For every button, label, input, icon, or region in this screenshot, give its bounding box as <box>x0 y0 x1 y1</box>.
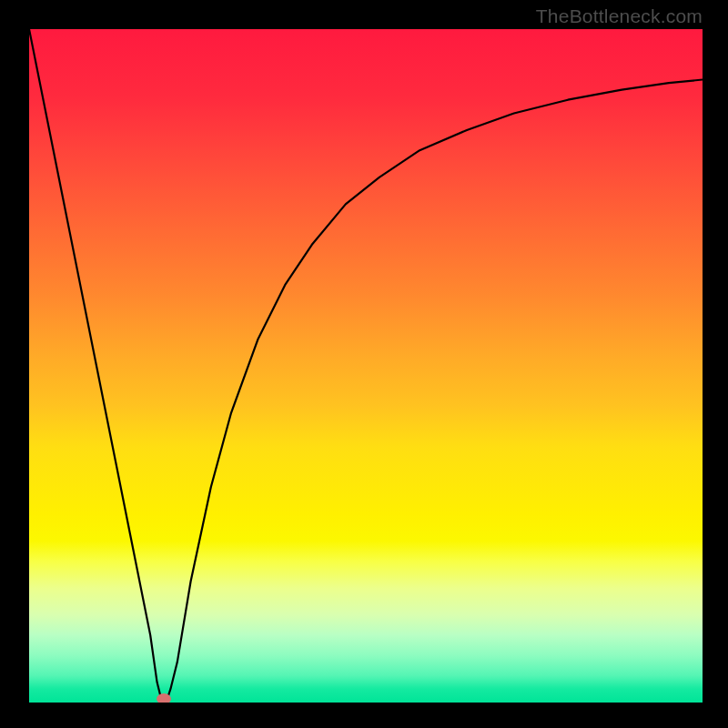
plot-area <box>29 29 703 703</box>
bottleneck-curve <box>29 29 703 703</box>
curve-svg <box>29 29 703 703</box>
watermark-text: TheBottleneck.com <box>536 5 703 27</box>
chart-frame: TheBottleneck.com <box>0 0 728 728</box>
